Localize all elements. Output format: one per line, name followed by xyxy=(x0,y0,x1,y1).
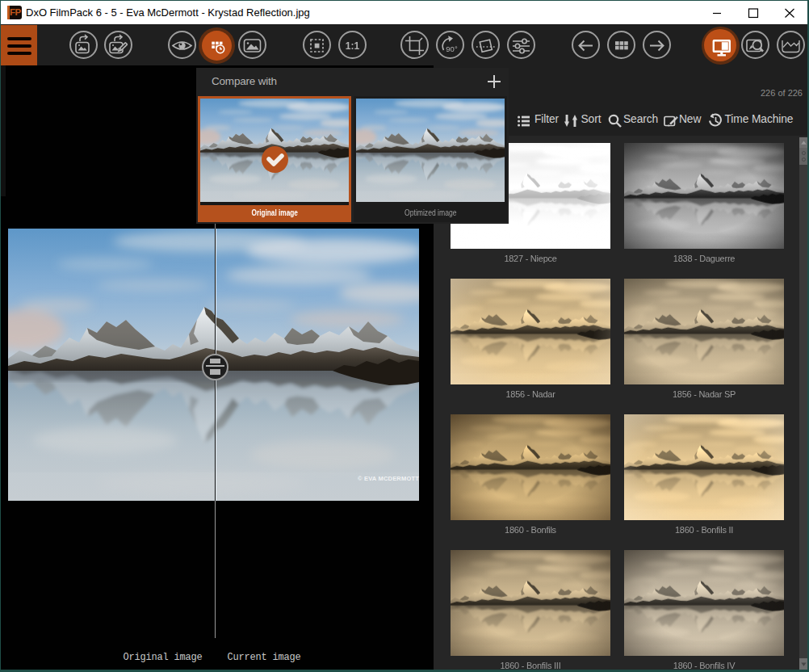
svg-text:90°: 90° xyxy=(446,44,458,52)
svg-text:1:1: 1:1 xyxy=(345,40,359,52)
